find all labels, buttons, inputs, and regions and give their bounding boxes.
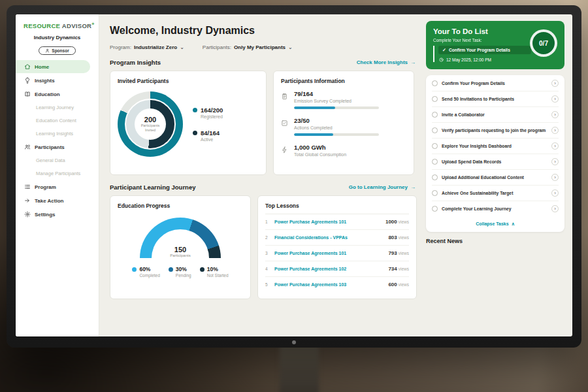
sidebar-item-home[interactable]: Home xyxy=(16,60,90,73)
desk-scene: RESOURCE ADVISOR+ Industry Dynamics Spon… xyxy=(0,0,588,392)
go-to-learning-journey-link[interactable]: Go to Learning Journey → xyxy=(349,184,416,190)
info-label: Actions Completed xyxy=(294,125,379,130)
people-icon xyxy=(24,144,31,150)
lesson-row: 1 Power Purchase Agreements 101 1000view… xyxy=(265,214,409,230)
program-dropdown-value: Industrialize Zero xyxy=(134,44,177,50)
lesson-views-label: views xyxy=(399,267,409,271)
logo-resource: RESOURCE xyxy=(24,22,60,29)
sidebar-item-learning-insights[interactable]: Learning Insights xyxy=(16,127,99,140)
sidebar-item-label: Education xyxy=(35,91,60,97)
arrow-right-icon: → xyxy=(410,184,416,190)
lesson-link[interactable]: Financial Considerations - VPPAs xyxy=(274,235,384,240)
info-label: Emission Survey Completed xyxy=(294,99,379,103)
dashboard-screen: RESOURCE ADVISOR+ Industry Dynamics Spon… xyxy=(16,14,572,336)
task-checkbox[interactable] xyxy=(432,112,438,118)
gauge-center: 150 Participants xyxy=(140,246,221,257)
task-checkbox[interactable] xyxy=(432,206,438,212)
participants-dropdown[interactable]: Participants: Only My Participants ⌄ xyxy=(203,44,293,50)
education-progress-card: Education Progress 150 Participants xyxy=(110,195,251,299)
task-chevron[interactable]: › xyxy=(551,111,559,118)
legend-value: 10% xyxy=(207,266,229,272)
task-label: Achieve One Sustainability Target xyxy=(442,190,547,197)
task-chevron[interactable]: › xyxy=(551,80,559,87)
task-chevron[interactable]: › xyxy=(551,174,559,181)
task-row[interactable]: Upload Additional Educational Content › xyxy=(432,170,559,186)
task-chevron[interactable]: › xyxy=(551,95,559,103)
gear-icon xyxy=(24,211,31,218)
task-row[interactable]: Achieve One Sustainability Target › xyxy=(432,186,559,201)
task-checkbox[interactable] xyxy=(432,80,438,86)
sidebar-item-program[interactable]: Program xyxy=(16,180,99,193)
task-checkbox[interactable] xyxy=(432,143,438,149)
info-progress-fill-0 xyxy=(294,106,335,109)
lesson-link[interactable]: Power Purchase Agreements 102 xyxy=(274,267,384,271)
lesson-rank: 1 xyxy=(265,220,270,224)
invited-participants-card: Invited Participants 200 Participants In… xyxy=(110,71,267,175)
info-row-actions: 23/50 Actions Completed xyxy=(281,117,406,136)
page-title: Welcome, Industry Dynamics xyxy=(110,25,417,37)
link-label: Go to Learning Journey xyxy=(349,184,408,190)
sidebar-item-learning-journey[interactable]: Learning Journey xyxy=(16,101,99,114)
lesson-rank: 3 xyxy=(265,251,270,255)
task-checkbox[interactable] xyxy=(432,190,438,196)
task-row[interactable]: Send 50 Invitations to Participants › xyxy=(432,91,559,107)
lesson-views-count: 600 xyxy=(388,282,397,287)
task-row[interactable]: Upload Spend Data Records › xyxy=(432,154,559,170)
logo-advisor: ADVISOR xyxy=(62,22,91,29)
check-more-insights-link[interactable]: Check More Insights → xyxy=(357,59,416,65)
top-lessons-card: Top Lessons 1 Power Purchase Agreements … xyxy=(257,195,417,299)
task-checkbox[interactable] xyxy=(432,174,438,180)
task-chevron[interactable]: › xyxy=(551,142,559,150)
task-checkbox[interactable] xyxy=(432,96,438,102)
next-task-due-text: 12 May 2025, 12:00 PM xyxy=(446,57,491,62)
sponsor-badge-wrap: Sponsor xyxy=(16,44,99,56)
sidebar-item-education-content[interactable]: Education Content xyxy=(16,114,99,127)
home-icon xyxy=(24,63,31,70)
lesson-link[interactable]: Power Purchase Agreements 103 xyxy=(274,282,384,287)
next-task[interactable]: ✓ Confirm Your Program Details xyxy=(438,46,531,54)
task-checkbox[interactable] xyxy=(432,159,438,165)
task-chevron[interactable]: › xyxy=(551,127,559,134)
sidebar-item-insights[interactable]: Insights xyxy=(16,74,99,87)
person-icon xyxy=(45,48,50,53)
task-row[interactable]: Verify participants requesting to join t… xyxy=(432,123,559,139)
donut-center-value: 200 xyxy=(144,116,156,123)
gauge-center-value: 150 xyxy=(140,246,221,253)
sidebar-item-manage-participants[interactable]: Manage Participants xyxy=(16,167,99,180)
lesson-views-count: 803 xyxy=(388,235,397,240)
card-title: Invited Participants xyxy=(118,78,259,84)
task-chevron[interactable]: › xyxy=(551,158,559,165)
sponsor-badge-label: Sponsor xyxy=(52,48,69,53)
sidebar-item-general-data[interactable]: General Data xyxy=(16,154,99,167)
sidebar-item-participants[interactable]: Participants xyxy=(16,140,99,154)
task-row[interactable]: Complete Your Learning Journey › xyxy=(432,201,559,216)
task-chevron[interactable]: › xyxy=(551,205,559,212)
task-label: Upload Spend Data Records xyxy=(442,159,547,165)
task-row[interactable]: Invite a Collaborator › xyxy=(432,107,559,123)
gauge-legend: 60% Completed 30% Pending xyxy=(132,266,228,278)
arrow-right-icon: → xyxy=(410,59,416,65)
checklist-icon xyxy=(281,117,289,136)
lesson-rank: 4 xyxy=(265,267,270,271)
main-content: Welcome, Industry Dynamics Program: Indu… xyxy=(99,14,425,336)
sidebar-item-take-action[interactable]: Take Action xyxy=(16,194,99,207)
learning-journey-header: Participant Learning Journey Go to Learn… xyxy=(110,184,416,191)
task-chevron[interactable]: › xyxy=(551,189,559,197)
lesson-views-count: 793 xyxy=(388,250,397,256)
card-title: Top Lessons xyxy=(265,203,409,214)
task-row[interactable]: Confirm Your Program Details › xyxy=(432,76,559,91)
sidebar: RESOURCE ADVISOR+ Industry Dynamics Spon… xyxy=(16,14,99,336)
task-row[interactable]: Explore Your Insights Dashboard › xyxy=(432,139,559,154)
sidebar-item-label: Insights xyxy=(35,78,55,84)
task-label: Complete Your Learning Journey xyxy=(442,206,547,212)
task-checkbox[interactable] xyxy=(432,127,438,133)
program-insights-cards: Invited Participants 200 Participants In… xyxy=(110,71,417,175)
education-progress-gauge: 150 Participants xyxy=(140,218,221,258)
lesson-link[interactable]: Power Purchase Agreements 101 xyxy=(274,251,384,255)
sidebar-item-education[interactable]: Education xyxy=(16,88,99,101)
collapse-tasks-button[interactable]: Collapse Tasks∧ xyxy=(432,216,559,231)
sidebar-item-settings[interactable]: Settings xyxy=(16,208,99,221)
donut-center-label: Participants Invited xyxy=(136,123,165,133)
program-dropdown[interactable]: Program: Industrialize Zero ⌄ xyxy=(110,44,184,50)
lesson-link[interactable]: Power Purchase Agreements 101 xyxy=(274,220,381,224)
